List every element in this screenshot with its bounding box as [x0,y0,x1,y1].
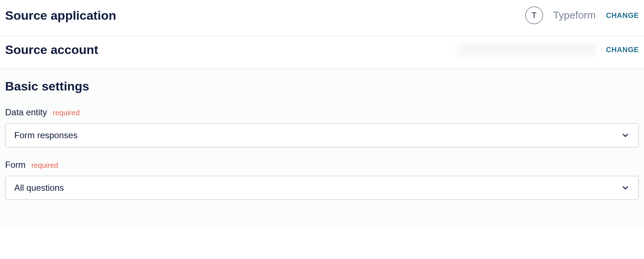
chevron-down-icon [621,131,630,140]
typeform-icon: T [525,7,543,24]
source-application-right: T Typeform CHANGE [525,7,639,24]
form-label-row: Form required [5,160,639,170]
form-value: All questions [14,183,64,193]
chevron-down-icon [621,183,630,192]
data-entity-select[interactable]: Form responses [5,123,639,147]
data-entity-value: Form responses [14,130,77,140]
change-source-application-link[interactable]: CHANGE [606,11,639,20]
data-entity-required-tag: required [53,109,80,117]
data-entity-label-row: Data entity required [5,107,639,117]
account-value-redacted [457,43,596,57]
change-source-account-link[interactable]: CHANGE [606,46,639,54]
form-required-tag: required [31,161,58,170]
form-select[interactable]: All questions [5,176,639,200]
form-label: Form [5,160,26,170]
data-entity-label: Data entity [5,107,47,117]
basic-settings-title: Basic settings [5,79,639,93]
source-account-section: Source account CHANGE [0,36,644,69]
source-account-right: CHANGE [457,43,639,57]
source-application-title: Source application [5,8,116,23]
data-entity-field-group: Data entity required Form responses [5,107,639,147]
source-application-section: Source application T Typeform CHANGE [0,0,644,36]
basic-settings-section: Basic settings Data entity required Form… [0,69,644,227]
form-field-group: Form required All questions [5,160,639,200]
source-account-title: Source account [5,43,98,57]
source-application-name: Typeform [553,9,596,21]
